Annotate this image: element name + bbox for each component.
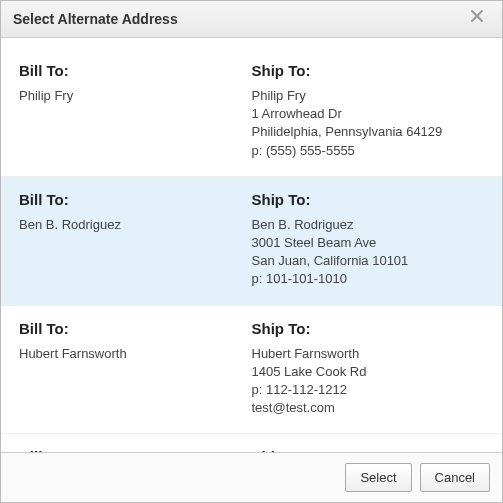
ship-to-heading: Ship To: xyxy=(252,62,485,79)
bill-to-heading: Bill To: xyxy=(19,191,252,208)
ship-to-line: p: (555) 555-5555 xyxy=(252,142,485,160)
bill-to-column: Bill To:Ben B. Rodriguez xyxy=(19,191,252,289)
ship-to-column: Ship To:Philip Fry1 Arrowhead DrPhilidel… xyxy=(252,62,485,160)
ship-to-line: p: 101-101-1010 xyxy=(252,270,485,288)
address-list[interactable]: Bill To:Philip FryShip To:Philip Fry1 Ar… xyxy=(1,38,502,452)
ship-to-body: Ben B. Rodriguez3001 Steel Beam AveSan J… xyxy=(252,216,485,289)
cancel-button[interactable]: Cancel xyxy=(420,463,490,492)
address-row[interactable]: Bill To:Ben B. RodriguezShip To:Ben B. R… xyxy=(1,177,502,306)
ship-to-column: Ship To:Hubert Farnsworth1405 Lake Cook … xyxy=(252,320,485,418)
bill-to-name: Ben B. Rodriguez xyxy=(19,216,252,234)
dialog-title: Select Alternate Address xyxy=(13,11,178,27)
bill-to-name: Philip Fry xyxy=(19,87,252,105)
select-address-dialog: Select Alternate Address Bill To:Philip … xyxy=(0,0,503,503)
ship-to-line: 1 Arrowhead Dr xyxy=(252,105,485,123)
address-row[interactable]: Bill To:Philip FryShip To:Philip Fry1 Ar… xyxy=(1,48,502,177)
ship-to-line: 3001 Steel Beam Ave xyxy=(252,234,485,252)
ship-to-body: Philip Fry1 Arrowhead DrPhilidelphia, Pe… xyxy=(252,87,485,160)
bill-to-heading: Bill To: xyxy=(19,62,252,79)
ship-to-line: 1405 Lake Cook Rd xyxy=(252,363,485,381)
bill-to-column: Bill To:Hubert Farnsworth xyxy=(19,320,252,418)
ship-to-column: Ship To:Ben B. Rodriguez3001 Steel Beam … xyxy=(252,191,485,289)
ship-to-line: test@test.com xyxy=(252,399,485,417)
bill-to-column: Bill To:Philip Fry xyxy=(19,62,252,160)
ship-to-heading: Ship To: xyxy=(252,320,485,337)
ship-to-heading: Ship To: xyxy=(252,191,485,208)
ship-to-line: Ben B. Rodriguez xyxy=(252,216,485,234)
address-row[interactable]: Bill To:Turanga LeelaShip To:Turanga Lee… xyxy=(1,434,502,452)
ship-to-body: Hubert Farnsworth1405 Lake Cook Rdp: 112… xyxy=(252,345,485,418)
dialog-header: Select Alternate Address xyxy=(1,1,502,38)
address-row[interactable]: Bill To:Hubert FarnsworthShip To:Hubert … xyxy=(1,306,502,435)
ship-to-line: Philidelphia, Pennsylvania 64129 xyxy=(252,123,485,141)
ship-to-line: p: 112-112-1212 xyxy=(252,381,485,399)
ship-to-line: Hubert Farnsworth xyxy=(252,345,485,363)
select-button[interactable]: Select xyxy=(345,463,411,492)
ship-to-line: Philip Fry xyxy=(252,87,485,105)
close-icon[interactable] xyxy=(470,9,490,29)
bill-to-name: Hubert Farnsworth xyxy=(19,345,252,363)
ship-to-line: San Juan, California 10101 xyxy=(252,252,485,270)
bill-to-heading: Bill To: xyxy=(19,320,252,337)
dialog-footer: Select Cancel xyxy=(1,452,502,502)
